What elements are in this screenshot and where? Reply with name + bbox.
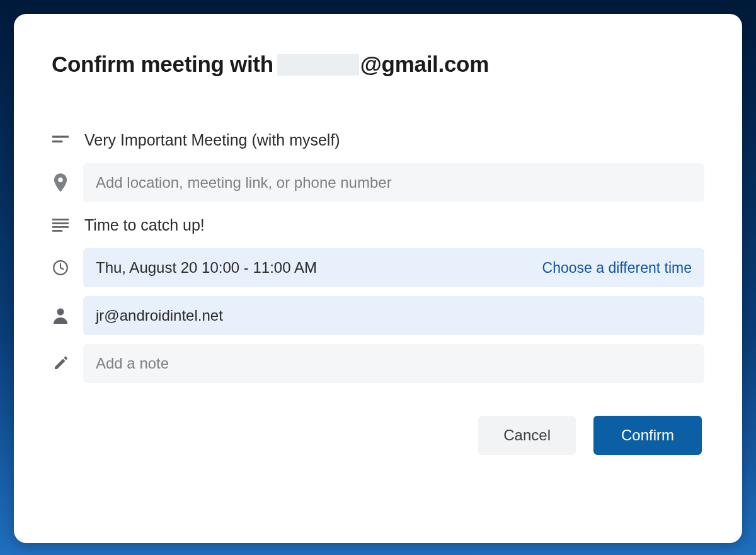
dialog-footer: Cancel Confirm: [52, 416, 704, 455]
attendee-field[interactable]: jr@androidintel.net: [83, 296, 704, 335]
subject-row: Very Important Meeting (with myself): [52, 126, 704, 154]
svg-rect-3: [52, 219, 69, 220]
note-input[interactable]: [83, 344, 704, 383]
time-row: Thu, August 20 10:00 - 11:00 AM Choose a…: [52, 248, 704, 287]
svg-rect-1: [52, 140, 62, 142]
description-lines-icon: [52, 219, 69, 232]
location-pin-icon: [52, 173, 69, 192]
time-field[interactable]: Thu, August 20 10:00 - 11:00 AM Choose a…: [83, 248, 704, 287]
location-row: [52, 163, 704, 202]
svg-rect-6: [52, 230, 62, 232]
svg-rect-4: [52, 222, 69, 224]
attendee-value: jr@androidintel.net: [96, 307, 223, 324]
dialog-title: Confirm meeting with@gmail.com: [52, 52, 704, 77]
note-row: [52, 344, 704, 383]
description-row: Time to catch up!: [52, 211, 704, 239]
person-icon: [52, 307, 69, 324]
svg-rect-5: [52, 226, 69, 228]
attendee-row: jr@androidintel.net: [52, 296, 704, 335]
svg-rect-0: [52, 135, 69, 137]
choose-different-time-link[interactable]: Choose a different time: [542, 260, 692, 277]
subject-icon: [52, 135, 69, 146]
meeting-confirm-dialog: Confirm meeting with@gmail.com Very Impo…: [14, 14, 742, 543]
title-suffix: @gmail.com: [360, 52, 489, 76]
cancel-button[interactable]: Cancel: [478, 416, 576, 455]
clock-icon: [52, 260, 69, 276]
description-text: Time to catch up!: [83, 211, 704, 239]
svg-point-2: [58, 178, 62, 182]
subject-text: Very Important Meeting (with myself): [83, 126, 704, 154]
confirm-button[interactable]: Confirm: [593, 416, 702, 455]
title-prefix: Confirm meeting with: [52, 52, 273, 76]
redacted-email-user: [277, 54, 359, 76]
fields-container: Very Important Meeting (with myself) Tim…: [52, 126, 704, 383]
pencil-icon: [52, 356, 69, 371]
location-input[interactable]: [83, 163, 704, 202]
time-value: Thu, August 20 10:00 - 11:00 AM: [96, 259, 317, 277]
svg-point-8: [57, 309, 64, 316]
